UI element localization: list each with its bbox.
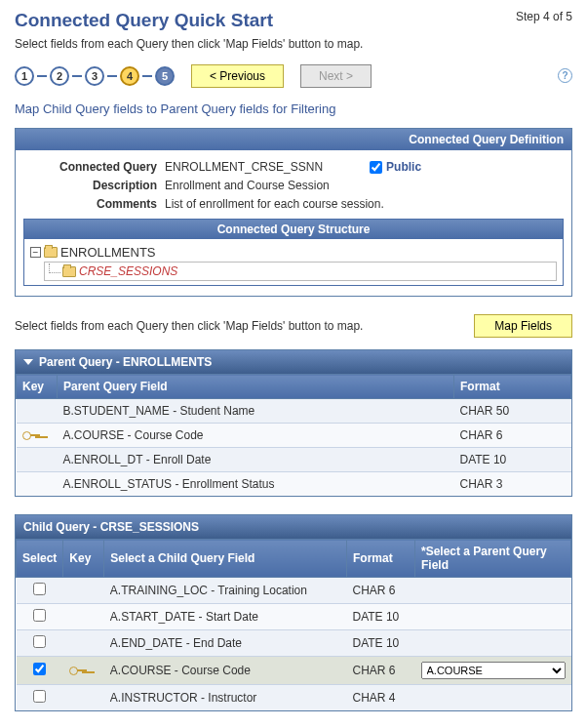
key-cell	[63, 578, 104, 604]
parentfield-cell	[415, 685, 571, 711]
tree-child-label[interactable]: CRSE_SESSIONS	[79, 264, 177, 278]
key-cell	[63, 630, 104, 657]
section-heading: Map Child Query fields to Parent Query f…	[15, 101, 572, 116]
format-cell: CHAR 3	[454, 472, 571, 497]
definition-panel: Connected Query Definition Connected Que…	[15, 128, 572, 297]
field-cell: B.STUDENT_NAME - Student Name	[58, 399, 454, 424]
tree-root-label[interactable]: ENROLLMENTS	[60, 245, 156, 260]
format-cell: DATE 10	[347, 630, 415, 657]
col-select-header: Select	[17, 540, 63, 578]
parent-query-panel: Parent Query - ENROLLMENTS Key Parent Qu…	[15, 349, 572, 497]
folder-icon	[62, 266, 76, 277]
row-select-checkbox[interactable]	[33, 583, 46, 595]
field-cell: A.ENROLL_STATUS - Enrollment Status	[58, 472, 454, 497]
previous-button[interactable]: < Previous	[191, 64, 284, 88]
col-childfield-header: Select a Child Query Field	[104, 540, 347, 578]
parent-query-table: Key Parent Query Field Format B.STUDENT_…	[16, 374, 571, 496]
step-2-circle[interactable]: 2	[50, 66, 69, 86]
format-cell: CHAR 6	[454, 424, 571, 448]
col-key-header: Key	[63, 540, 104, 578]
step-5-circle[interactable]: 5	[155, 66, 175, 86]
child-query-header[interactable]: Child Query - CRSE_SESSIONS	[16, 515, 571, 539]
description-label: Description	[23, 179, 165, 192]
table-row: B.STUDENT_NAME - Student NameCHAR 50	[17, 399, 571, 424]
col-field-header: Parent Query Field	[58, 375, 454, 399]
format-cell: DATE 10	[454, 448, 571, 472]
select-cell	[17, 630, 63, 657]
key-cell	[17, 424, 58, 448]
key-cell	[63, 657, 104, 685]
structure-panel: Connected Query Structure − ENROLLMENTS …	[23, 219, 564, 286]
format-cell: CHAR 6	[347, 578, 415, 604]
childfield-cell: A.TRAINING_LOC - Training Location	[104, 578, 347, 604]
child-query-title: Child Query - CRSE_SESSIONS	[23, 520, 199, 534]
connector-icon	[72, 75, 82, 77]
public-checkbox[interactable]	[370, 161, 382, 174]
folder-icon	[44, 247, 58, 258]
select-cell	[17, 685, 63, 711]
table-row: A.ENROLL_STATUS - Enrollment StatusCHAR …	[17, 472, 571, 497]
childfield-cell: A.INSTRUCTOR - Instructor	[104, 685, 347, 711]
select-cell	[17, 604, 63, 630]
map-fields-button[interactable]: Map Fields	[474, 314, 572, 338]
table-row: A.START_DATE - Start DateDATE 10	[17, 604, 571, 630]
top-instruction: Select fields from each Query then click…	[15, 37, 572, 51]
map-instruction: Select fields from each Query then click…	[15, 319, 363, 333]
parentfield-cell	[415, 604, 571, 630]
public-label: Public	[386, 160, 421, 174]
step-indicator: Step 4 of 5	[516, 10, 572, 23]
key-cell	[63, 604, 104, 630]
key-cell	[17, 472, 58, 497]
key-icon	[22, 431, 40, 439]
child-query-panel: Child Query - CRSE_SESSIONS Select Key S…	[15, 514, 572, 711]
format-cell: CHAR 4	[347, 685, 415, 711]
field-cell: A.COURSE - Course Code	[58, 424, 454, 448]
chevron-down-icon	[23, 359, 33, 365]
step-4-circle[interactable]: 4	[120, 66, 139, 86]
step-3-circle[interactable]: 3	[85, 66, 104, 86]
parent-query-title: Parent Query - ENROLLMENTS	[39, 355, 212, 369]
row-select-checkbox[interactable]	[33, 609, 46, 622]
tree-collapse-icon[interactable]: −	[30, 247, 41, 258]
parent-field-select[interactable]: A.COURSE	[421, 662, 566, 679]
child-query-table: Select Key Select a Child Query Field Fo…	[16, 539, 571, 710]
childfield-cell: A.COURSE - Course Code	[104, 657, 347, 685]
row-select-checkbox[interactable]	[33, 690, 46, 703]
select-cell	[17, 657, 63, 685]
structure-panel-header: Connected Query Structure	[24, 220, 563, 239]
comments-value: List of enrollment for each course sessi…	[165, 197, 384, 211]
table-row: A.COURSE - Course CodeCHAR 6A.COURSE	[17, 657, 571, 685]
tree-branch-icon	[49, 263, 60, 273]
parentfield-cell: A.COURSE	[415, 657, 571, 685]
table-row: A.INSTRUCTOR - InstructorCHAR 4	[17, 685, 571, 711]
table-row: A.COURSE - Course CodeCHAR 6	[17, 424, 571, 448]
table-row: A.END_DATE - End DateDATE 10	[17, 630, 571, 657]
page-title: Connected Query Quick Start	[15, 10, 273, 31]
format-cell: CHAR 50	[454, 399, 571, 424]
help-icon[interactable]: ?	[558, 68, 572, 83]
key-cell	[63, 685, 104, 711]
connected-query-value: ENROLLMENT_CRSE_SSNN	[165, 160, 323, 174]
connected-query-label: Connected Query	[23, 160, 165, 174]
definition-panel-header: Connected Query Definition	[16, 129, 571, 150]
col-format-header: Format	[347, 540, 415, 578]
childfield-cell: A.START_DATE - Start Date	[104, 604, 347, 630]
col-key-header: Key	[17, 375, 58, 399]
key-icon	[69, 667, 87, 674]
step-1-circle[interactable]: 1	[15, 66, 34, 86]
field-cell: A.ENROLL_DT - Enroll Date	[58, 448, 454, 472]
row-select-checkbox[interactable]	[33, 635, 46, 648]
row-select-checkbox[interactable]	[33, 663, 46, 675]
parentfield-cell	[415, 630, 571, 657]
connector-icon	[142, 75, 152, 77]
col-parent-header: *Select a Parent Query Field	[415, 540, 571, 578]
description-value: Enrollment and Course Session	[165, 179, 330, 192]
next-button[interactable]: Next >	[300, 64, 372, 88]
table-row: A.ENROLL_DT - Enroll DateDATE 10	[17, 448, 571, 472]
connector-icon	[107, 75, 117, 77]
parent-query-header[interactable]: Parent Query - ENROLLMENTS	[16, 350, 571, 374]
col-format-header: Format	[454, 375, 571, 399]
childfield-cell: A.END_DATE - End Date	[104, 630, 347, 657]
parentfield-cell	[415, 578, 571, 604]
comments-label: Comments	[23, 197, 165, 211]
